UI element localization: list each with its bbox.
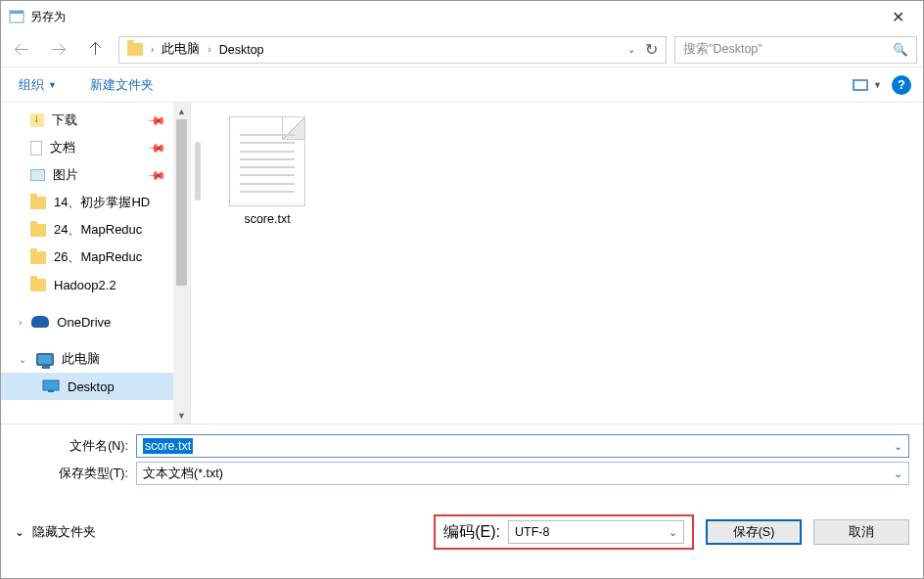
sidebar-item-thispc[interactable]: ⌄此电脑 xyxy=(1,345,190,373)
encoding-select[interactable]: UTF-8 ⌄ xyxy=(508,520,684,544)
folder-icon xyxy=(30,279,46,291)
sidebar-scrollbar[interactable]: ▲ ▼ xyxy=(173,103,190,423)
organize-button[interactable]: 组织▼ xyxy=(13,72,63,98)
forward-button[interactable]: 🡢 xyxy=(44,36,73,64)
sidebar-item-downloads[interactable]: 下载📌 xyxy=(1,107,190,134)
cancel-button[interactable]: 取消 xyxy=(813,519,909,545)
refresh-icon[interactable]: ↻ xyxy=(645,40,658,59)
splitter[interactable] xyxy=(191,103,205,423)
back-button[interactable]: 🡠 xyxy=(7,36,36,64)
sidebar-item-desktop[interactable]: Desktop xyxy=(1,373,190,400)
chevron-down-icon[interactable]: ⌄ xyxy=(669,526,677,539)
svg-rect-3 xyxy=(855,81,866,89)
pin-icon: 📌 xyxy=(147,165,167,186)
address-bar[interactable]: › 此电脑 › Desktop ⌄ ↻ xyxy=(118,36,667,64)
desktop-icon xyxy=(42,379,60,393)
filename-value: score.txt xyxy=(143,438,193,454)
svg-rect-4 xyxy=(43,380,59,390)
chevron-down-icon: ⌄ xyxy=(15,525,24,539)
sidebar-item-onedrive[interactable]: ›OneDrive xyxy=(1,308,190,335)
scroll-down-icon[interactable]: ▼ xyxy=(173,407,190,423)
search-placeholder: 搜索"Desktop" xyxy=(683,41,762,58)
titlebar: 另存为 ✕ xyxy=(1,1,923,32)
folder-icon xyxy=(127,43,143,56)
file-pane[interactable]: score.txt xyxy=(191,103,923,423)
breadcrumb-root[interactable]: 此电脑 xyxy=(156,37,206,63)
sidebar-item-documents[interactable]: 文档📌 xyxy=(1,134,190,161)
bottom-bar: ⌄ 隐藏文件夹 编码(E): UTF-8 ⌄ 保存(S) 取消 xyxy=(1,499,923,561)
filetype-value: 文本文档(*.txt) xyxy=(143,466,223,482)
svg-rect-5 xyxy=(48,390,54,392)
breadcrumb-current[interactable]: Desktop xyxy=(213,37,270,63)
document-icon xyxy=(30,141,42,156)
footer: 文件名(N): score.txt ⌄ 保存类型(T): 文本文档(*.txt)… xyxy=(1,423,923,499)
filename-label: 文件名(N): xyxy=(15,438,136,455)
search-input[interactable]: 搜索"Desktop" 🔍 xyxy=(674,36,917,64)
sidebar-item-folder[interactable]: Hadoop2.2 xyxy=(1,271,190,298)
dialog-body: 下载📌 文档📌 图片📌 14、初步掌握HD 24、MapReduc 26、Map… xyxy=(1,103,923,423)
filetype-label: 保存类型(T): xyxy=(15,466,136,482)
pin-icon: 📌 xyxy=(147,138,167,158)
navbar: 🡠 🡢 🡡 › 此电脑 › Desktop ⌄ ↻ 搜索"Desktop" 🔍 xyxy=(1,32,923,67)
save-button[interactable]: 保存(S) xyxy=(706,519,802,545)
chevron-down-icon: ▼ xyxy=(48,80,57,90)
folder-icon xyxy=(30,251,46,264)
sidebar-item-pictures[interactable]: 图片📌 xyxy=(1,161,190,189)
chevron-down-icon[interactable]: ⌄ xyxy=(627,44,635,55)
svg-rect-1 xyxy=(10,11,23,14)
pictures-icon xyxy=(30,169,45,181)
sidebar-item-folder[interactable]: 14、初步掌握HD xyxy=(1,189,190,216)
text-file-icon xyxy=(229,116,305,206)
app-icon xyxy=(9,9,24,24)
up-button[interactable]: 🡡 xyxy=(81,36,111,64)
scroll-thumb[interactable] xyxy=(176,119,187,286)
pc-icon xyxy=(36,353,54,366)
chevron-down-icon[interactable]: ▼ xyxy=(873,80,882,90)
chevron-down-icon[interactable]: ⌄ xyxy=(894,468,902,480)
filetype-select[interactable]: 文本文档(*.txt) ⌄ xyxy=(136,462,909,485)
toolbar: 组织▼ 新建文件夹 ▼ ? xyxy=(1,67,923,103)
new-folder-button[interactable]: 新建文件夹 xyxy=(84,72,160,98)
sidebar-item-folder[interactable]: 24、MapReduc xyxy=(1,216,190,244)
sidebar-item-folder[interactable]: 26、MapReduc xyxy=(1,244,190,271)
folder-icon xyxy=(30,197,46,209)
encoding-highlight: 编码(E): UTF-8 ⌄ xyxy=(434,514,694,550)
onedrive-icon xyxy=(31,316,49,328)
chevron-right-icon: › xyxy=(149,44,156,55)
help-button[interactable]: ? xyxy=(892,75,911,95)
pin-icon: 📌 xyxy=(147,111,167,131)
file-item[interactable]: score.txt xyxy=(218,116,316,423)
file-name-label: score.txt xyxy=(218,212,316,226)
search-icon[interactable]: 🔍 xyxy=(893,42,908,57)
scroll-up-icon[interactable]: ▲ xyxy=(173,103,190,119)
chevron-right-icon: › xyxy=(206,44,212,55)
downloads-icon xyxy=(30,113,44,127)
filename-input[interactable]: score.txt ⌄ xyxy=(136,434,909,458)
close-button[interactable]: ✕ xyxy=(876,2,919,31)
hide-folders-toggle[interactable]: ⌄ 隐藏文件夹 xyxy=(15,523,96,541)
folder-icon xyxy=(30,224,46,237)
tree-chevron-icon[interactable]: › xyxy=(19,317,22,328)
window-title: 另存为 xyxy=(30,9,876,25)
chevron-down-icon[interactable]: ⌄ xyxy=(894,440,902,453)
view-mode-button[interactable] xyxy=(850,74,871,96)
sidebar: 下载📌 文档📌 图片📌 14、初步掌握HD 24、MapReduc 26、Map… xyxy=(1,103,191,423)
encoding-label: 编码(E): xyxy=(443,522,500,543)
tree-chevron-icon[interactable]: ⌄ xyxy=(19,354,26,365)
